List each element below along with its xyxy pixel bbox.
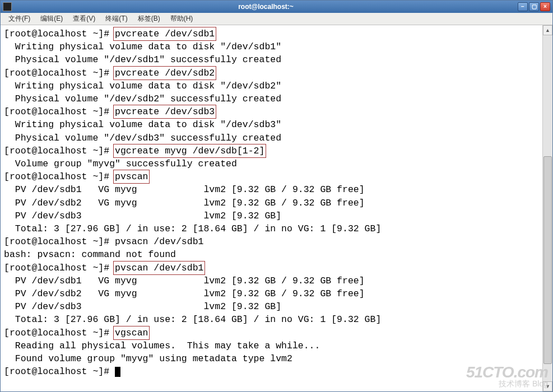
terminal-line: [root@localhost ~]# pvcreate /dev/sdb2 (4, 67, 538, 80)
close-button[interactable]: × (540, 2, 550, 11)
scroll-thumb[interactable] (543, 156, 552, 364)
terminal-line: [root@localhost ~]# pvscan /dev/sdb1 (4, 262, 538, 274)
terminal-line: PV /dev/sdb1 VG myvg lvm2 [9.32 GB / 9.3… (4, 274, 538, 287)
terminal-output[interactable]: [root@localhost ~]# pvcreate /dev/sdb1 W… (1, 25, 542, 391)
terminal-line: Writing physical volume data to disk "/d… (4, 80, 538, 92)
highlighted-command: pvcreate /dev/sdb3 (113, 105, 216, 119)
highlighted-command: pvscan /dev/sdb1 (113, 261, 205, 275)
terminal-area: [root@localhost ~]# pvcreate /dev/sdb1 W… (1, 25, 552, 391)
terminal-line: [root@localhost ~]# vgcreate myvg /dev/s… (4, 144, 538, 157)
terminal-line: PV /dev/sdb1 VG myvg lvm2 [9.32 GB / 9.3… (4, 183, 538, 196)
menu-file[interactable]: 文件(F) (4, 13, 35, 25)
terminal-line: [root@localhost ~]# vgscan (4, 326, 538, 339)
scroll-track[interactable] (543, 35, 552, 381)
terminal-line: [root@localhost ~]# pvcreate /dev/sdb1 (4, 27, 538, 40)
menu-tabs[interactable]: 标签(B) (133, 13, 165, 25)
terminal-line: [root@localhost ~]# pvcreate /dev/sdb3 (4, 105, 538, 118)
terminal-line: Reading all physical volumes. This may t… (4, 339, 538, 352)
window-title: root@localhost:~ (14, 3, 518, 11)
highlighted-command: vgscan (113, 326, 150, 340)
terminal-line: [root@localhost ~]# pvscan (4, 170, 538, 183)
terminal-line: Volume group "myvg" successfully created (4, 157, 538, 170)
window-controls: − ▢ × (518, 2, 550, 11)
terminal-line: PV /dev/sdb2 VG myvg lvm2 [9.32 GB / 9.3… (4, 197, 538, 209)
terminal-app-icon (3, 2, 12, 11)
menu-terminal[interactable]: 终端(T) (101, 13, 132, 25)
terminal-line: [root@localhost ~]# (4, 365, 538, 378)
menubar: 文件(F) 编辑(E) 查看(V) 终端(T) 标签(B) 帮助(H) (1, 13, 552, 25)
maximize-button[interactable]: ▢ (529, 2, 539, 11)
terminal-line: Writing physical volume data to disk "/d… (4, 40, 538, 53)
terminal-line: Found volume group "myvg" using metadata… (4, 352, 538, 365)
terminal-line: PV /dev/sdb3 lvm2 [9.32 GB] (4, 300, 538, 313)
terminal-line: Writing physical volume data to disk "/d… (4, 118, 538, 131)
menu-edit[interactable]: 编辑(E) (36, 13, 67, 25)
terminal-line: Physical volume "/dev/sdb1" successfully… (4, 53, 538, 66)
terminal-line: PV /dev/sdb3 lvm2 [9.32 GB] (4, 209, 538, 222)
minimize-button[interactable]: − (518, 2, 528, 11)
terminal-line: PV /dev/sdb2 VG myvg lvm2 [9.32 GB / 9.3… (4, 287, 538, 300)
terminal-line: Total: 3 [27.96 GB] / in use: 2 [18.64 G… (4, 222, 538, 235)
scroll-down-button[interactable]: ▼ (543, 381, 552, 391)
menu-view[interactable]: 查看(V) (68, 13, 100, 25)
titlebar[interactable]: root@localhost:~ − ▢ × (1, 1, 552, 13)
highlighted-command: pvscan (113, 170, 150, 184)
highlighted-command: pvcreate /dev/sdb1 (113, 27, 216, 41)
highlighted-command: pvcreate /dev/sdb2 (113, 66, 216, 80)
terminal-window: root@localhost:~ − ▢ × 文件(F) 编辑(E) 查看(V)… (0, 0, 553, 392)
menu-help[interactable]: 帮助(H) (166, 13, 198, 25)
highlighted-command: vgcreate myvg /dev/sdb[1-2] (113, 144, 266, 158)
vertical-scrollbar[interactable]: ▲ ▼ (542, 25, 552, 391)
terminal-line: Total: 3 [27.96 GB] / in use: 2 [18.64 G… (4, 313, 538, 326)
terminal-line: [root@localhost ~]# pvsacn /dev/sdb1 (4, 235, 538, 248)
terminal-line: Physical volume "/dev/sdb3" successfully… (4, 132, 538, 144)
scroll-up-button[interactable]: ▲ (543, 25, 552, 35)
terminal-line: Physical volume "/dev/sdb2" successfully… (4, 92, 538, 105)
terminal-cursor (115, 367, 120, 377)
terminal-line: bash: pvsacn: command not found (4, 248, 538, 261)
